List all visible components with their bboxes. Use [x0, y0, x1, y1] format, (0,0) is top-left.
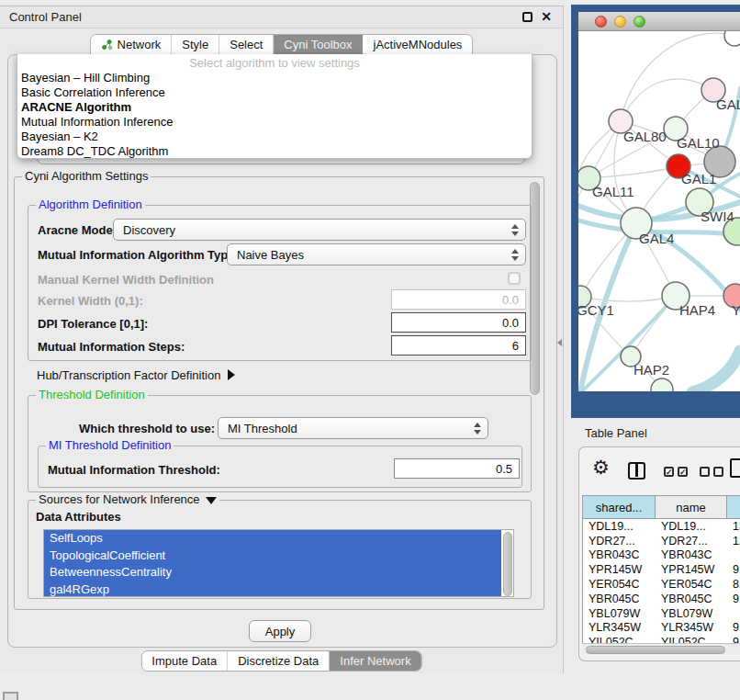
split-columns-icon[interactable] — [628, 462, 645, 480]
table-row[interactable]: YBR043CYBR043C — [583, 548, 740, 563]
network-window-titlebar[interactable] — [578, 12, 740, 31]
table-row[interactable]: YBR045CYBR045C9. — [583, 592, 740, 606]
algorithm-option-mutual-information-inference[interactable]: Mutual Information Inference — [17, 115, 532, 130]
tab-network[interactable]: Network — [91, 35, 173, 54]
sources-group: Sources for Network Inference Data Attri… — [28, 500, 532, 599]
mi-threshold-field[interactable]: 0.5 — [394, 458, 520, 479]
tab-discretize-data[interactable]: Discretize Data — [228, 651, 330, 671]
corner-widget[interactable] — [3, 692, 18, 700]
tab-select[interactable]: Select — [219, 35, 274, 54]
table-cell: YPR145W — [583, 563, 656, 576]
which-threshold-select[interactable]: MI Threshold — [218, 417, 488, 439]
attribute-item-selfloops[interactable]: SelfLoops — [44, 530, 501, 548]
tab-impute-data[interactable]: Impute Data — [141, 651, 228, 671]
algorithm-option-aracne-algorithm[interactable]: ARACNE Algorithm — [17, 100, 532, 115]
which-threshold-value: MI Threshold — [228, 422, 297, 435]
network-node[interactable] — [724, 31, 740, 46]
data-attributes-list[interactable]: SelfLoopsTopologicalCoefficientBetweenne… — [43, 529, 514, 597]
algorithm-definition-group: Algorithm Definition Aracne Mode: Discov… — [28, 205, 532, 361]
network-edge[interactable] — [581, 296, 675, 301]
mac-close-button[interactable] — [595, 16, 607, 28]
unchecked-box-icon[interactable] — [713, 467, 723, 477]
mi-steps-field[interactable]: 6 — [391, 335, 526, 356]
table-cell: YBR045C — [583, 593, 656, 605]
network-node-label-swi4: SWI4 — [701, 209, 734, 224]
network-icon — [101, 39, 113, 51]
table-row[interactable]: YBL079WYBL079W — [583, 606, 740, 621]
mi-threshold-label: Mutual Information Threshold: — [48, 463, 220, 477]
table-row[interactable]: YLR345WYLR345W9. — [583, 621, 740, 636]
which-threshold-label: Which threshold to use: — [79, 422, 215, 435]
hub-definition-disclosure[interactable]: Hub/Transcription Factor Definition — [37, 368, 235, 382]
table-panel: ⚙ ✓ ✓ shared...nameA YDL19...YDL19...13Y… — [578, 446, 740, 661]
table-body: YDL19...YDL19...13YDR27...YDR27...12YBR0… — [583, 519, 740, 644]
network-edge[interactable] — [590, 166, 678, 178]
document-icon[interactable] — [730, 458, 740, 478]
aracne-mode-label: Aracne Mode: — [38, 223, 117, 237]
table-cell: 9. — [727, 593, 740, 605]
algorithm-definition-title: Algorithm Definition — [36, 198, 145, 211]
column-header-name[interactable]: name — [656, 496, 727, 519]
tab-cyni-toolbox[interactable]: Cyni Toolbox — [274, 35, 363, 54]
checked-box-icon[interactable]: ✓ — [678, 467, 688, 477]
table-row[interactable]: YPR145WYPR145W9. — [583, 562, 740, 577]
network-node-label-gcy1: GCY1 — [578, 302, 614, 318]
manual-kernel-width-checkbox[interactable] — [508, 272, 521, 285]
algorithm-option-basic-correlation-inference[interactable]: Basic Correlation Inference — [17, 85, 532, 100]
table-cell: YBR043C — [583, 548, 656, 561]
attribute-item-gal4rgexp[interactable]: gal4RGexp — [44, 581, 501, 598]
table-cell: YBR045C — [656, 593, 727, 605]
network-node-label-gal1: GAL1 — [681, 171, 716, 186]
tab-label: Infer Network — [340, 654, 410, 668]
screen: Control Panel ✕ NetworkStyleSelectCyni T… — [0, 0, 740, 700]
mac-zoom-button[interactable] — [633, 16, 645, 28]
table-scrollbar-thumb[interactable] — [586, 646, 725, 654]
tab-style[interactable]: Style — [172, 35, 219, 54]
unchecked-box-icon[interactable] — [700, 467, 710, 477]
mi-algorithm-type-select[interactable]: Naive Bayes — [227, 243, 526, 265]
network-node-label-hap2: HAP2 — [633, 362, 669, 378]
attribute-item-topologicalcoefficient[interactable]: TopologicalCoefficient — [44, 548, 501, 565]
aracne-mode-select[interactable]: Discovery — [113, 219, 526, 241]
column-header-a[interactable]: A — [727, 496, 740, 519]
table-horizontal-scrollbar[interactable] — [582, 643, 740, 655]
dpi-tolerance-label: DPI Tolerance [0,1]: — [38, 317, 148, 331]
tab-label: Network — [118, 38, 162, 51]
network-node-label-gal10: GAL10 — [677, 135, 720, 151]
network-edge[interactable] — [578, 178, 589, 297]
manual-kernel-width-label: Manual Kernel Width Definition — [38, 273, 214, 287]
spinner-arrows-icon — [511, 224, 519, 236]
column-header-shared[interactable]: shared... — [583, 496, 656, 519]
table-row[interactable]: YER054CYER054C8. — [583, 577, 740, 592]
table-row[interactable]: YDR27...YDR27...12 — [583, 534, 740, 548]
table-cell: YER054C — [583, 578, 656, 591]
network-edge[interactable] — [622, 79, 713, 119]
algorithm-option-bayesian-k2[interactable]: Bayesian – K2 — [17, 130, 532, 144]
sources-group-title[interactable]: Sources for Network Inference — [36, 492, 219, 506]
table-row[interactable]: YDL19...YDL19...13 — [583, 519, 740, 534]
algorithm-option-bayesian-hill-climbing[interactable]: Bayesian – Hill Climbing — [17, 71, 532, 85]
network-canvas[interactable]: GAL2GAL80GAL10GAL1GAL11SWI4GAL4GCY1HAP4Y… — [578, 31, 740, 391]
dpi-tolerance-field[interactable]: 0.0 — [391, 312, 526, 333]
threshold-definition-group: Threshold Definition Which threshold to … — [28, 395, 532, 492]
apply-button[interactable]: Apply — [249, 620, 311, 642]
kernel-width-field[interactable]: 0.0 — [391, 289, 526, 310]
splitter-collapse-arrow[interactable] — [557, 339, 562, 346]
network-edge[interactable] — [692, 351, 740, 391]
mac-minimize-button[interactable] — [614, 16, 626, 28]
bottom-tab-strip: Impute DataDiscretize DataInfer Network — [140, 650, 421, 672]
tab-jactivemnodules[interactable]: jActiveMNodules — [364, 35, 473, 54]
checked-box-icon[interactable]: ✓ — [664, 467, 674, 477]
table-cell: YDR27... — [583, 535, 656, 548]
close-icon[interactable]: ✕ — [541, 9, 552, 24]
mi-threshold-group: MI Threshold Definition Mutual Informati… — [38, 446, 522, 488]
table-header-row: shared...nameA — [583, 496, 740, 519]
tab-infer-network[interactable]: Infer Network — [330, 651, 420, 671]
attribute-item-betweennesscentrality[interactable]: BetweennessCentrality — [44, 564, 501, 581]
cyni-settings-group-title: Cyni Algorithm Settings — [22, 169, 151, 183]
tab-label: jActiveMNodules — [374, 38, 463, 51]
algorithm-option-dream8-dc-tdc-algorithm[interactable]: Dream8 DC_TDC Algorithm — [17, 144, 532, 159]
list-scrollbar-thumb[interactable] — [503, 532, 512, 596]
gear-icon[interactable]: ⚙ — [592, 457, 610, 479]
float-window-icon[interactable] — [522, 12, 533, 22]
